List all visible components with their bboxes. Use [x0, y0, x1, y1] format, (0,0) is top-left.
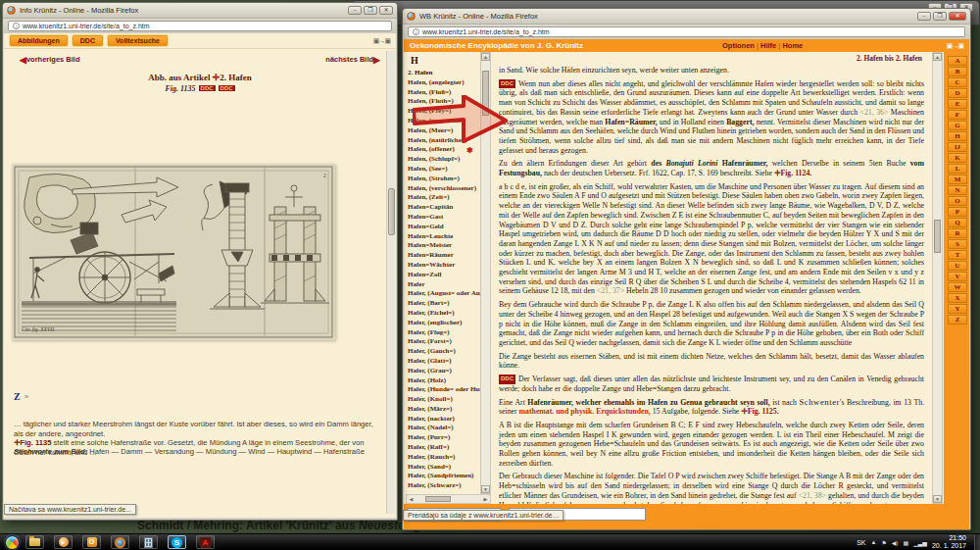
right-minimize-button[interactable]: – — [917, 12, 931, 21]
sidebar-hscrollbar-thumb[interactable] — [425, 496, 451, 502]
network-icon[interactable]: ▦ — [903, 539, 908, 546]
scroll-down-icon[interactable]: ▼ — [933, 495, 942, 503]
flag-icon[interactable]: ⚑ — [881, 539, 886, 546]
sidebar-item[interactable]: Hafer, (Flug=) — [406, 328, 480, 338]
sidebar-item[interactable]: Hafen=Geld — [406, 223, 480, 232]
alphabet-letter[interactable]: B — [948, 67, 967, 76]
left-restore-button[interactable]: ❐ — [364, 6, 377, 15]
sidebar-item[interactable]: Hafen, (See=) — [406, 165, 480, 175]
alphabet-letter[interactable]: IJ — [948, 142, 967, 152]
expand-icon[interactable]: » — [24, 392, 28, 401]
left-url-field[interactable]: i www.kruenitz1.uni-trier.de/site/a_to_z… — [8, 21, 392, 31]
left-close-button[interactable]: ✕ — [379, 6, 393, 15]
sidebar-item[interactable]: Hafen=Capitän — [406, 203, 480, 213]
sidebar-item[interactable]: Hafen, (Schlupf=) — [406, 155, 480, 165]
frames-toggle-icon[interactable]: ▣→▣ — [373, 37, 390, 45]
alphabet-letter[interactable]: G — [948, 121, 967, 130]
firefox-taskbar-icon[interactable] — [111, 535, 129, 549]
sidebar-item[interactable]: Hafer, (Purr=) — [406, 433, 480, 443]
adobe-reader-icon[interactable]: A — [196, 535, 215, 549]
sidebar-item[interactable]: Hafen, (verschlossener) — [406, 184, 480, 194]
engraving-image[interactable]: Chr. fig. XXVII. 2 — [12, 164, 335, 340]
alphabet-letter[interactable]: M — [948, 175, 967, 184]
figure-link[interactable]: ✛Fig. 1135 — [14, 438, 51, 447]
alphabet-letter[interactable]: O — [948, 196, 967, 206]
sidebar-item[interactable]: Hafen=Räumer — [406, 251, 480, 261]
alphabet-letter[interactable]: R — [948, 228, 967, 238]
left-scrollbar[interactable] — [386, 51, 395, 514]
media-player-icon[interactable]: ▶ — [54, 535, 73, 549]
alphabet-letter[interactable]: A — [948, 56, 967, 66]
scroll-left-icon[interactable]: ◀ — [407, 496, 416, 502]
sidebar-item[interactable]: Hafer, (englischer) — [406, 319, 480, 328]
start-button[interactable] — [5, 535, 20, 550]
right-titlebar[interactable]: WB Krünitz - Online - Mozilla Firefox – … — [403, 9, 970, 25]
show-desktop-button[interactable] — [974, 534, 980, 550]
sidebar-item[interactable]: Hafen=Leuchte — [406, 232, 480, 242]
sidebar-item[interactable]: Hafer, (Sand=) — [406, 463, 480, 473]
next-image-link[interactable]: nächstes Bild▶ — [325, 55, 380, 65]
sidebar-item[interactable]: Hafen=Zoll — [406, 271, 480, 280]
right-restore-button[interactable]: ❐ — [933, 12, 947, 21]
sidebar-hscrollbar[interactable]: ◀ ▶ — [406, 494, 491, 504]
alphabet-letter[interactable]: S — [948, 239, 967, 249]
alphabet-letter[interactable]: Z — [948, 315, 967, 325]
sidebar-item[interactable]: 2. Hafen — [406, 69, 480, 78]
alphabet-letter[interactable]: K — [948, 153, 967, 163]
language-indicator[interactable]: SK — [857, 539, 865, 546]
right-url-field[interactable]: i www.kruenitz1.uni-trier.de/site/a_to_z… — [408, 26, 965, 37]
sidebar-item[interactable]: Hafer, (Gauch=) — [406, 347, 480, 357]
sidebar-item[interactable]: Hafer, (Forst=) — [406, 337, 480, 347]
sidebar-item[interactable]: Hafer, (März=) — [406, 405, 480, 415]
alphabet-letter[interactable]: Q — [948, 218, 967, 227]
sidebar-item[interactable]: Hafer, (Eichel=) — [406, 309, 480, 319]
alphabet-letter[interactable]: E — [948, 99, 967, 109]
previous-image-link[interactable]: ◀vorheriges Bild — [20, 55, 80, 65]
frames-toggle-icon[interactable]: ▣→▣ — [947, 42, 963, 50]
alphabet-letter[interactable]: Y — [948, 304, 967, 314]
alphabet-letter[interactable]: W — [948, 282, 967, 292]
alphabet-letter[interactable]: F — [948, 110, 967, 120]
ddc-badge[interactable]: DDC — [199, 85, 216, 91]
menu-optionen[interactable]: Optionen — [722, 41, 755, 50]
alphabet-letter[interactable]: H — [948, 131, 967, 141]
scroll-down-icon[interactable]: ▼ — [481, 485, 490, 493]
scroll-up-icon[interactable]: ▲ — [481, 53, 490, 61]
zoomify-icon[interactable]: Z — [14, 391, 21, 402]
sidebar-item[interactable]: Hafer, (Nadel=) — [406, 424, 480, 433]
alphabet-letter[interactable]: C — [948, 77, 967, 87]
alphabet-letter[interactable]: X — [948, 293, 967, 303]
sidebar-item[interactable]: Hafer, (Holz) — [406, 376, 480, 386]
sidebar-item[interactable]: Hafen=Gast — [406, 213, 480, 223]
alphabet-letter[interactable]: D — [948, 88, 967, 98]
outlook-icon[interactable]: O — [82, 535, 101, 549]
sidebar-item[interactable]: Hafen=Wächter — [406, 261, 480, 271]
sidebar-item[interactable]: Hafer, (Raff=) — [406, 443, 480, 453]
sidebar-item[interactable]: Hafer, (Sandpfriemen) — [406, 472, 480, 481]
sidebar-item[interactable]: Hafer — [406, 280, 480, 290]
sidebar-item[interactable]: Hafer, (Glatt=) — [406, 357, 480, 367]
article-scrollbar-thumb[interactable] — [934, 220, 941, 253]
volltextsuche-button[interactable]: Volltextsuche — [108, 35, 168, 46]
sidebar-item[interactable]: Hafer, (Bart=) — [406, 299, 480, 309]
ddc-badge[interactable]: DDC — [499, 375, 515, 384]
sidebar-item[interactable]: Hafer, (Hunde= oder Hunds=) — [406, 385, 480, 395]
right-close-button[interactable]: ✕ — [949, 12, 966, 21]
left-scrollbar-thumb[interactable] — [388, 188, 395, 235]
sidebar-item[interactable]: Hafer, (nackter) — [406, 415, 480, 425]
ddc-badge[interactable]: DDC — [499, 79, 515, 89]
info-icon[interactable]: i — [13, 23, 20, 29]
alphabet-letter[interactable]: L — [948, 164, 967, 174]
ddc-button[interactable]: DDC — [73, 35, 103, 46]
sidebar-item[interactable]: Hafer, (Rauch=) — [406, 453, 480, 463]
figure-link[interactable]: ✛Fig. 1125. — [741, 407, 778, 416]
article-scrollbar[interactable]: ▲ ▼ — [932, 52, 943, 504]
alphabet-letter[interactable]: N — [948, 185, 967, 195]
explorer-icon[interactable] — [25, 535, 44, 549]
left-minimize-button[interactable]: – — [348, 6, 362, 15]
menu-home[interactable]: Home — [782, 41, 803, 50]
sidebar-item[interactable]: Hafen, (Zeit=) — [406, 193, 480, 203]
scroll-up-icon[interactable]: ▲ — [933, 53, 942, 61]
scroll-right-icon[interactable]: ▶ — [481, 496, 490, 502]
tray-expand-icon[interactable]: ▲ — [870, 539, 876, 545]
